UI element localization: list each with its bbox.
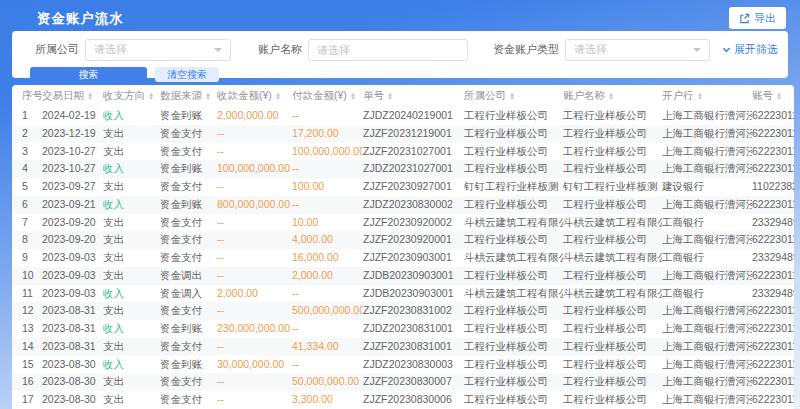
sort-icon[interactable]: ▲▼ xyxy=(87,92,93,100)
export-icon xyxy=(739,13,750,24)
cell-bank: 上海工商银行漕河泾支行 xyxy=(662,320,752,338)
column-header-accno[interactable]: 账号▲▼ xyxy=(752,85,794,107)
cell-idx: 5 xyxy=(12,178,42,196)
sort-icon[interactable]: ▲▼ xyxy=(509,92,515,100)
cell-accno: 622230111 xyxy=(752,231,794,249)
column-header-bank[interactable]: 开户行▲▼ xyxy=(662,85,752,107)
column-header-accname[interactable]: 账户名称▲▼ xyxy=(563,85,662,107)
column-header-idx: 序号 xyxy=(12,85,42,107)
cell-idx: 13 xyxy=(12,320,42,338)
cell-order: ZJDZ20230831001 xyxy=(363,320,464,338)
cell-source: 资金到账 xyxy=(160,107,217,125)
cell-company: 斗栱云建筑工程有限公司 xyxy=(464,249,563,267)
cell-date: 2023-08-30 xyxy=(42,356,103,374)
cell-amt: -- xyxy=(217,214,292,232)
cell-date: 2023-08-31 xyxy=(42,320,103,338)
cell-accname: 工程行业样板公司 xyxy=(563,373,662,391)
expand-filters-link[interactable]: 展开筛选 xyxy=(722,42,778,57)
cell-amt: -- xyxy=(217,178,292,196)
cell-amt: -- xyxy=(217,302,292,320)
cell-idx: 17 xyxy=(12,391,42,409)
column-header-order[interactable]: 单号▲▼ xyxy=(363,85,464,107)
cell-amt: 100,000,000.00 xyxy=(217,160,292,178)
cell-source: 资金到账 xyxy=(160,196,217,214)
clear-search-button[interactable]: 清空搜索 xyxy=(155,67,219,82)
cell-dir: 支出 xyxy=(103,125,160,143)
sort-icon[interactable]: ▲▼ xyxy=(697,92,703,100)
cell-accno: 622230111 xyxy=(752,143,794,161)
column-header-company[interactable]: 所属公司▲▼ xyxy=(464,85,563,107)
column-header-dir[interactable]: 收支方向▲▼ xyxy=(103,85,160,107)
cell-date: 2023-09-20 xyxy=(42,231,103,249)
table-row: 42023-10-27收入资金到账100,000,000.00--ZJDZ202… xyxy=(12,160,794,178)
cell-order: ZJZF20231027001 xyxy=(363,143,464,161)
search-button[interactable]: 搜索 xyxy=(30,67,147,82)
cell-accname: 工程行业样板公司 xyxy=(563,356,662,374)
cell-bank: 上海工商银行漕河泾支行 xyxy=(662,125,752,143)
cell-order: ZJZF20231219001 xyxy=(363,125,464,143)
cell-idx: 3 xyxy=(12,143,42,161)
cell-dir: 收入 xyxy=(103,320,160,338)
account-type-select[interactable]: 请选择 xyxy=(565,39,710,61)
cell-dir: 支出 xyxy=(103,302,160,320)
sort-icon[interactable]: ▲▼ xyxy=(387,92,393,100)
sort-icon[interactable]: ▲▼ xyxy=(608,92,614,100)
cell-source: 资金支付 xyxy=(160,391,217,409)
cell-accname: 工程行业样板公司 xyxy=(563,338,662,356)
flow-table-card: 序号交易日期▲▼收支方向▲▼数据来源▲▼收款金额(¥)▲▼付款金额(¥)▲▼单号… xyxy=(12,85,794,409)
cell-idx: 9 xyxy=(12,249,42,267)
cell-dir: 收入 xyxy=(103,196,160,214)
cell-company: 工程行业样板公司 xyxy=(464,267,563,285)
cell-order: ZJDZ20240219001 xyxy=(363,107,464,125)
cell-amt: 3,300.00 xyxy=(292,391,363,409)
cell-date: 2023-09-21 xyxy=(42,196,103,214)
cell-accname: 工程行业样板公司 xyxy=(563,143,662,161)
sort-icon[interactable]: ▲▼ xyxy=(205,92,211,100)
cell-dir: 支出 xyxy=(103,373,160,391)
cell-bank: 上海工商银行漕河泾支行 xyxy=(662,356,752,374)
cell-amt: 2,000.00 xyxy=(292,267,363,285)
column-header-amt[interactable]: 付款金额(¥)▲▼ xyxy=(292,85,363,107)
company-select[interactable]: 请选择 xyxy=(85,39,231,61)
cell-date: 2023-08-30 xyxy=(42,373,103,391)
cell-amt: -- xyxy=(217,143,292,161)
cell-amt: 30,000,000.00 xyxy=(217,356,292,374)
table-row: 12024-02-19收入资金到账2,000,000.00--ZJDZ20240… xyxy=(12,107,794,125)
cell-date: 2023-08-30 xyxy=(42,391,103,409)
chevron-down-icon xyxy=(693,48,701,52)
cell-date: 2024-02-19 xyxy=(42,107,103,125)
sort-icon[interactable]: ▲▼ xyxy=(350,92,356,100)
cell-accno: 622230111 xyxy=(752,356,794,374)
account-name-input[interactable] xyxy=(308,39,468,61)
cell-amt: 800,000,000.00 xyxy=(217,196,292,214)
cell-source: 资金调入 xyxy=(160,285,217,303)
account-type-filter-label: 资金账户类型 xyxy=(493,42,559,57)
table-row: 92023-09-03支出资金支付--16,000.00ZJZF20230903… xyxy=(12,249,794,267)
cell-amt: -- xyxy=(292,107,363,125)
cell-amt: -- xyxy=(217,125,292,143)
sort-icon[interactable]: ▲▼ xyxy=(148,92,154,100)
export-button[interactable]: 导出 xyxy=(729,7,786,29)
cell-source: 资金支付 xyxy=(160,338,217,356)
column-header-source[interactable]: 数据来源▲▼ xyxy=(160,85,217,107)
sort-icon[interactable]: ▲▼ xyxy=(275,92,281,100)
cell-bank: 建设银行 xyxy=(662,178,752,196)
cell-amt: 41,334.00 xyxy=(292,338,363,356)
cell-accname: 工程行业样板公司 xyxy=(563,302,662,320)
cell-source: 资金到账 xyxy=(160,356,217,374)
column-header-amt[interactable]: 收款金额(¥)▲▼ xyxy=(217,85,292,107)
table-body: 12024-02-19收入资金到账2,000,000.00--ZJDZ20240… xyxy=(12,107,794,409)
cell-amt: 230,000,000.00 xyxy=(217,320,292,338)
cell-accno: 622230111 xyxy=(752,107,794,125)
column-header-date[interactable]: 交易日期▲▼ xyxy=(42,85,103,107)
cell-bank: 上海工商银行漕河泾支行 xyxy=(662,231,752,249)
cell-dir: 收入 xyxy=(103,107,160,125)
cell-order: ZJZF20230920001 xyxy=(363,231,464,249)
cell-order: ZJDB20230903001 xyxy=(363,285,464,303)
cell-dir: 收入 xyxy=(103,285,160,303)
cell-company: 斗栱云建筑工程有限公司 xyxy=(464,214,563,232)
sort-icon[interactable]: ▲▼ xyxy=(776,92,782,100)
cell-idx: 11 xyxy=(12,285,42,303)
cell-source: 资金支付 xyxy=(160,231,217,249)
cell-company: 斗栱云建筑工程有限公司 xyxy=(464,285,563,303)
